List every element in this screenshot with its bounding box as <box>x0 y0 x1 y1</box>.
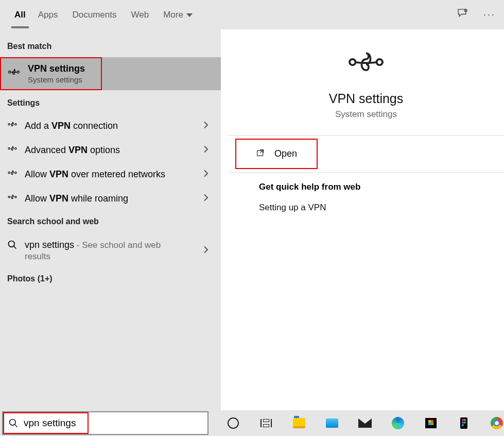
tab-more[interactable]: More <box>156 2 200 28</box>
result-label: Allow VPN while roaming <box>25 193 128 204</box>
task-view-icon[interactable] <box>259 416 273 430</box>
cortana-icon[interactable] <box>226 416 240 430</box>
search-icon <box>3 418 24 428</box>
svg-line-2 <box>14 246 16 249</box>
result-label: Allow VPN over metered networks <box>25 169 165 180</box>
microsoft-store-icon[interactable] <box>424 416 438 430</box>
chevron-right-icon <box>203 121 208 131</box>
open-icon <box>256 148 265 160</box>
open-button[interactable]: Open <box>238 141 315 167</box>
vpn-icon <box>7 168 18 181</box>
chevron-right-icon <box>203 245 208 256</box>
best-match-subtitle: System settings <box>28 75 85 84</box>
results-panel: Best match VPN settings System settings … <box>0 29 221 410</box>
svg-line-5 <box>15 425 18 427</box>
preview-subtitle: System settings <box>249 109 483 120</box>
vpn-icon <box>7 192 18 205</box>
figma-icon[interactable] <box>457 416 471 430</box>
vpn-large-icon <box>345 70 387 78</box>
tab-apps[interactable]: Apps <box>31 2 65 28</box>
settings-result-vpn-roaming[interactable]: Allow VPN while roaming <box>0 187 221 211</box>
best-match-result[interactable]: VPN settings System settings <box>0 57 221 90</box>
vpn-icon <box>7 144 18 157</box>
chevron-right-icon <box>203 193 208 204</box>
search-icon <box>7 240 18 253</box>
taskbar <box>0 410 504 436</box>
web-search-result[interactable]: vpn settings - See school and webresults <box>0 232 221 269</box>
result-label: Add a VPN connection <box>25 121 118 131</box>
file-explorer-icon[interactable] <box>292 416 306 430</box>
more-options-icon[interactable]: ··· <box>483 9 496 20</box>
quick-help-header: Get quick help from web <box>228 173 504 195</box>
preview-panel: VPN settings System settings Open Get qu… <box>228 29 504 410</box>
svg-point-1 <box>9 241 15 247</box>
search-input[interactable] <box>24 417 207 429</box>
section-photos: Photos (1+) <box>0 269 221 290</box>
chrome-icon[interactable] <box>490 416 504 430</box>
tab-all[interactable]: All <box>9 2 31 28</box>
chevron-right-icon <box>203 145 208 156</box>
quick-help-link[interactable]: Setting up a VPN <box>228 195 504 213</box>
preview-title: VPN settings <box>249 91 483 106</box>
search-tabs: All Apps Documents Web More ··· <box>0 0 504 29</box>
feedback-icon[interactable] <box>456 7 469 22</box>
tab-documents[interactable]: Documents <box>65 2 124 28</box>
edge-browser-icon[interactable] <box>391 416 405 430</box>
mail-icon[interactable] <box>358 416 372 430</box>
divider <box>228 135 504 136</box>
on-screen-keyboard-icon[interactable] <box>325 416 339 430</box>
section-settings: Settings <box>0 90 221 114</box>
tab-web[interactable]: Web <box>124 2 156 28</box>
vpn-icon <box>7 120 18 132</box>
settings-result-advanced-vpn[interactable]: Advanced VPN options <box>0 138 221 162</box>
tab-more-label: More <box>163 10 183 20</box>
open-label: Open <box>274 148 297 159</box>
taskbar-search-box[interactable] <box>2 411 208 435</box>
chevron-right-icon <box>203 169 208 180</box>
settings-result-vpn-metered[interactable]: Allow VPN over metered networks <box>0 162 221 187</box>
chevron-down-icon <box>186 9 193 20</box>
best-match-title: VPN settings <box>28 63 85 74</box>
section-best-match: Best match <box>0 40 221 57</box>
section-school-web: Search school and web <box>0 211 221 232</box>
settings-result-add-vpn[interactable]: Add a VPN connection <box>0 114 221 138</box>
vpn-icon <box>7 66 21 81</box>
svg-point-4 <box>10 420 16 426</box>
result-label: Advanced VPN options <box>25 145 120 156</box>
result-label: vpn settings - See school and webresults <box>25 240 214 262</box>
